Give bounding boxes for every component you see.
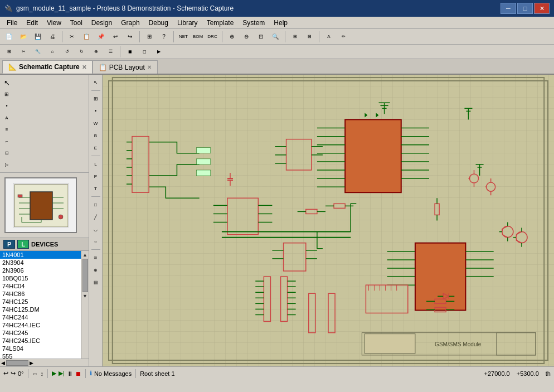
device-scrollbar[interactable]: ▲ ▼ bbox=[81, 251, 89, 359]
device-item-2N3904[interactable]: 2N3904 bbox=[0, 259, 81, 267]
tab-pcb-close[interactable]: ✕ bbox=[147, 64, 152, 70]
tb-netlist[interactable]: NET bbox=[177, 31, 190, 43]
menu-file[interactable]: File bbox=[2, 18, 22, 28]
vtool-arc[interactable]: ◡ bbox=[90, 224, 101, 235]
vtool-circle[interactable]: ○ bbox=[90, 236, 101, 247]
menu-tool[interactable]: Tool bbox=[66, 18, 87, 28]
device-list-scrollbar-bottom[interactable]: ◀ ▶ bbox=[0, 359, 89, 366]
device-item-74HC125DM[interactable]: 74HC125.DM bbox=[0, 306, 81, 313]
tab-pcb[interactable]: 📋 PCB Layout ✕ bbox=[93, 60, 158, 74]
tool-bus-entry[interactable]: ⌐ bbox=[1, 135, 12, 147]
menu-debug[interactable]: Debug bbox=[144, 18, 173, 28]
maximize-button[interactable]: □ bbox=[517, 3, 533, 14]
vtool-component[interactable]: ⊞ bbox=[90, 93, 101, 104]
menu-system[interactable]: System bbox=[238, 18, 269, 28]
tb-open[interactable]: 📂 bbox=[17, 31, 30, 43]
tb2-4[interactable]: ⌂ bbox=[46, 46, 59, 58]
device-item-74HC125[interactable]: 74HC125 bbox=[0, 298, 81, 306]
tb-redo[interactable]: ↪ bbox=[123, 31, 137, 43]
device-item-555[interactable]: 555 bbox=[0, 352, 81, 359]
flip-v-button[interactable]: ↕ bbox=[41, 370, 44, 377]
vtool-probe[interactable]: ⊕ bbox=[90, 264, 101, 275]
menu-edit[interactable]: Edit bbox=[22, 18, 42, 28]
tb-drc[interactable]: DRC bbox=[206, 31, 219, 43]
tb2-9[interactable]: ◼ bbox=[123, 46, 137, 58]
tb-annot[interactable]: A bbox=[322, 31, 336, 43]
mode-p-button[interactable]: P bbox=[3, 240, 15, 249]
vtool-text[interactable]: T bbox=[90, 183, 101, 194]
device-item-1N4001[interactable]: 1N4001 bbox=[0, 251, 81, 259]
tb-zoom-out[interactable]: ⊖ bbox=[240, 31, 253, 43]
device-item-74HC86[interactable]: 74HC86 bbox=[0, 290, 81, 298]
tb2-1[interactable]: ⊞ bbox=[2, 46, 16, 58]
device-item-74LS04[interactable]: 74LS04 bbox=[0, 345, 81, 352]
device-item-74HC244[interactable]: 74HC244 bbox=[0, 313, 81, 321]
device-item-74HC04[interactable]: 74HC04 bbox=[0, 282, 81, 290]
vtool-line[interactable]: ╱ bbox=[90, 211, 101, 222]
device-item-74HC244IEC[interactable]: 74HC244.IEC bbox=[0, 321, 81, 329]
menu-template[interactable]: Template bbox=[202, 18, 239, 28]
tool-sub[interactable]: ⊟ bbox=[1, 147, 12, 158]
device-item-10BQ015[interactable]: 10BQ015 bbox=[0, 274, 81, 282]
scroll-h-thumb[interactable] bbox=[6, 360, 28, 366]
scroll-thumb[interactable] bbox=[82, 259, 88, 292]
flip-h-button[interactable]: ↔ bbox=[32, 370, 38, 377]
tb2-2[interactable]: ✂ bbox=[17, 46, 30, 58]
tb-new[interactable]: 📄 bbox=[2, 31, 16, 43]
tab-schematic[interactable]: 📐 Schematic Capture ✕ bbox=[2, 60, 93, 74]
tab-schematic-close[interactable]: ✕ bbox=[82, 64, 86, 70]
menu-view[interactable]: View bbox=[42, 18, 66, 28]
tb-grid[interactable]: ⊞ bbox=[288, 31, 302, 43]
tb-save[interactable]: 💾 bbox=[31, 31, 45, 43]
device-item-2N3906[interactable]: 2N3906 bbox=[0, 267, 81, 274]
undo-button[interactable]: ↩ bbox=[3, 370, 8, 377]
tb2-6[interactable]: ↻ bbox=[75, 46, 88, 58]
tb-print[interactable]: 🖨 bbox=[46, 31, 59, 43]
tool-select[interactable]: ↖ bbox=[1, 77, 12, 88]
mode-l-button[interactable]: L bbox=[17, 240, 29, 249]
tb-bom[interactable]: BOM bbox=[191, 31, 205, 43]
tb2-3[interactable]: 🔧 bbox=[31, 46, 45, 58]
scroll-up-arrow[interactable]: ▲ bbox=[82, 252, 88, 258]
tb-copy[interactable]: 📋 bbox=[80, 31, 93, 43]
canvas-area[interactable]: GSM/SMS Module bbox=[103, 75, 554, 366]
redo-button[interactable]: ↪ bbox=[11, 370, 16, 377]
scroll-left-arrow[interactable]: ◀ bbox=[1, 360, 5, 366]
vtool-script[interactable]: ≋ bbox=[90, 252, 101, 263]
tb2-8[interactable]: ☰ bbox=[104, 46, 117, 58]
tool-port[interactable]: ▷ bbox=[1, 159, 12, 170]
tool-component[interactable]: ⊞ bbox=[1, 89, 12, 100]
tb-zoom-in[interactable]: ⊕ bbox=[225, 31, 239, 43]
tb-snap[interactable]: ⊟ bbox=[303, 31, 316, 43]
tool-junction[interactable]: • bbox=[1, 100, 12, 112]
menu-help[interactable]: Help bbox=[269, 18, 292, 28]
scroll-down-arrow[interactable]: ▼ bbox=[82, 293, 88, 299]
menu-design[interactable]: Design bbox=[87, 18, 116, 28]
menu-library[interactable]: Library bbox=[173, 18, 202, 28]
minimize-button[interactable]: ─ bbox=[500, 3, 516, 14]
tb-zoom-area[interactable]: 🔍 bbox=[269, 31, 282, 43]
scroll-right-arrow[interactable]: ▶ bbox=[30, 360, 33, 366]
tb2-11[interactable]: ▶ bbox=[152, 46, 166, 58]
tb2-5[interactable]: ↺ bbox=[60, 46, 74, 58]
pause-button[interactable]: ⏸ bbox=[67, 370, 73, 377]
tb-zoom-fit[interactable]: ⊡ bbox=[254, 31, 268, 43]
tb-undo[interactable]: ↩ bbox=[109, 31, 122, 43]
vtool-cursor[interactable]: ↖ bbox=[90, 77, 101, 88]
device-list[interactable]: 1N4001 2N3904 2N3906 10BQ015 74HC04 74HC… bbox=[0, 251, 81, 359]
tb2-10[interactable]: ◻ bbox=[138, 46, 151, 58]
menu-graph[interactable]: Graph bbox=[116, 18, 144, 28]
tb2-7[interactable]: ⊕ bbox=[89, 46, 103, 58]
tb-prop[interactable]: ✏ bbox=[337, 31, 350, 43]
tb-paste[interactable]: 📌 bbox=[94, 31, 108, 43]
play-button[interactable]: ▶ bbox=[52, 370, 56, 377]
vtool-power[interactable]: P bbox=[90, 171, 101, 182]
tool-net[interactable]: ≡ bbox=[1, 124, 12, 135]
tb-block[interactable]: ⊞ bbox=[143, 31, 156, 43]
tool-wire-label[interactable]: A bbox=[1, 112, 12, 123]
tb-help[interactable]: ? bbox=[157, 31, 171, 43]
vtool-wire[interactable]: W bbox=[90, 118, 101, 129]
vtool-tape[interactable]: ▤ bbox=[90, 277, 101, 288]
close-button[interactable]: ✕ bbox=[534, 3, 550, 14]
vtool-box[interactable]: □ bbox=[90, 199, 101, 210]
